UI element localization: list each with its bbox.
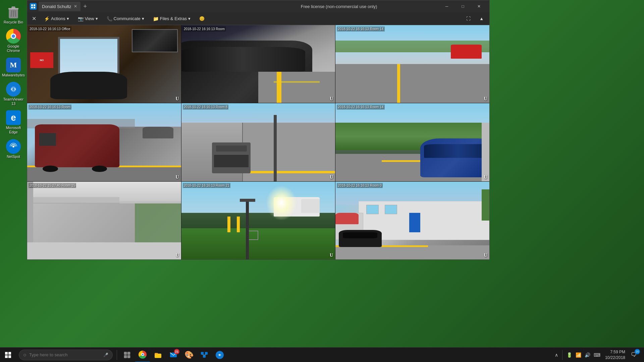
mail-btn[interactable]: 21 [166,348,181,362]
cam-2-timestamp: 2018-10-22 16:16:13 Room [183,26,226,32]
cam-3-timestamp: 2018-10-22 16:16:13 Room 14 [337,26,384,32]
notification-btn[interactable]: 🗨 20 [627,348,641,362]
svg-rect-20 [201,352,204,355]
communicate-label: Communicate [114,16,141,21]
svg-rect-2 [12,7,15,8]
svg-line-23 [202,355,204,355]
tab-title: Donald Schultz [42,4,71,9]
svg-rect-9 [34,4,35,6]
toolbar-close-btn[interactable]: ✕ [29,14,39,23]
google-chrome-icon[interactable]: Google Chrome [1,27,26,54]
search-input[interactable] [29,352,103,357]
camera-cell-4[interactable]: 2018-10-22 16:16:13 Room U [27,103,181,181]
new-tab-btn[interactable]: + [83,3,87,10]
microsoft-edge-icon[interactable]: e Microsoft Edge [1,109,26,136]
clock-time: 7:59 PM [610,349,625,355]
cam-1-logo: U [176,96,179,102]
svg-rect-15 [127,355,130,358]
teamviewer-taskbar-btn[interactable] [212,348,227,362]
view-icon: 📷 [78,16,84,21]
cam-5-timestamp: 2018-10-22 16:16:13 Room 8 [183,105,229,110]
camera-cell-6[interactable]: 2018-10-22 16:16:13 Room 14 U [335,103,489,181]
malwarebytes-icon[interactable]: M Malwarebytes [1,56,26,79]
microphone-icon[interactable]: 🎤 [103,353,108,357]
actions-btn[interactable]: ⚡ Actions ▾ [40,14,73,23]
svg-rect-14 [124,355,127,358]
collapse-btn[interactable]: ▲ [476,14,487,23]
emoji-btn[interactable]: 😊 [196,14,208,23]
files-extras-label: Files & Extras [160,16,187,21]
camera-cell-1[interactable]: NO 2018-10-22 16:16:13 Office U [27,25,181,103]
window-controls: ─ □ ✕ [439,1,487,11]
chrome-taskbar-btn[interactable] [135,348,150,362]
cam-3-scene [335,25,489,103]
cam1-car [50,72,127,99]
system-tray: ∧ [553,352,559,358]
camera-cell-3[interactable]: 2018-10-22 16:16:13 Room 14 U [335,25,489,103]
netspot-label: NetSpot [7,155,20,159]
teamviewer-image [6,82,21,97]
camera-cell-7[interactable]: 2018-10-22 15:27:40 Room 15 U [27,182,181,259]
actions-label: Actions [51,16,65,21]
cam-5-scene [181,103,335,181]
svg-rect-11 [34,7,35,8]
cam1-sign: NO [30,52,53,68]
taskbar-app-icons: 21 🎨 [118,348,551,362]
view-btn[interactable]: 📷 View ▾ [74,14,102,23]
taskbar-divider-1 [117,350,117,360]
netspot-icon[interactable]: NetSpot [1,138,26,160]
cam-6-logo: U [484,175,487,180]
search-bar[interactable]: ○ 🎤 [19,350,113,360]
network-sys-icon: 📶 [574,352,583,358]
minimize-btn[interactable]: ─ [439,1,454,11]
files-extras-dropdown-icon: ▾ [188,16,191,21]
file-explorer-btn[interactable] [151,348,165,362]
start-button[interactable] [0,348,16,362]
teamviewer-taskbar-icon [215,350,224,360]
camera-cell-2[interactable]: 2018-10-22 16:16:13 Room U [181,25,335,103]
clock[interactable]: 7:59 PM 10/22/2018 [605,349,625,361]
volume-icon[interactable]: 🔊 [583,352,592,358]
cam-1-scene: NO [27,25,181,103]
task-view-btn[interactable] [120,348,135,362]
file-explorer-icon [153,350,163,360]
svg-point-7 [12,145,14,147]
svg-rect-10 [31,7,33,8]
toolbar: ✕ ⚡ Actions ▾ 📷 View ▾ 📞 Communicate ▾ 📁… [27,12,489,25]
taskbar-divider-2 [562,350,562,360]
svg-rect-17 [155,353,158,354]
fullscreen-btn[interactable]: ⛶ [463,14,474,23]
cam-5-logo: U [330,175,333,180]
view-label: View [85,16,94,21]
cam3-road [335,64,489,103]
windows-logo [5,352,11,358]
tab-donald-schultz[interactable]: Donald Schultz ✕ [39,2,80,11]
up-arrow-icon[interactable]: ∧ [553,352,559,358]
recycle-bin-icon[interactable]: Recycle Bin [1,3,26,26]
cam-2-scene [181,25,335,103]
camera-cell-8[interactable]: 2018-10-22 16:16:13 Room 21 U [181,182,335,259]
cam-4-scene [27,103,181,181]
cam2-road [258,72,335,103]
svg-rect-8 [31,4,33,6]
communicate-dropdown-icon: ▾ [142,16,144,21]
network-btn[interactable] [197,348,212,362]
tab-close-btn[interactable]: ✕ [74,4,77,9]
communicate-btn[interactable]: 📞 Communicate ▾ [103,14,148,23]
unknown-app-btn[interactable]: 🎨 [181,348,196,362]
clock-date: 10/22/2018 [605,355,625,361]
cam-6-scene [335,103,489,181]
svg-rect-13 [127,352,130,355]
teamviewer-icon[interactable]: TeamViewer 13 [1,80,26,107]
files-extras-btn[interactable]: 📁 Files & Extras ▾ [149,14,194,23]
camera-cell-5[interactable]: 2018-10-22 16:16:13 Room 8 U [181,103,335,181]
svg-line-24 [204,355,206,355]
camera-cell-9[interactable]: 2018-10-22 16:16:13 Room 0 U [335,182,489,259]
teamviewer-label: TeamViewer 13 [2,97,25,106]
battery-icon: 🔋 [565,352,574,358]
maximize-btn[interactable]: □ [455,1,471,11]
window-close-btn[interactable]: ✕ [471,1,487,11]
cam-7-logo: U [176,253,179,258]
cam-9-logo: U [484,253,487,258]
license-text: Free license (non-commercial use only) [239,4,439,9]
